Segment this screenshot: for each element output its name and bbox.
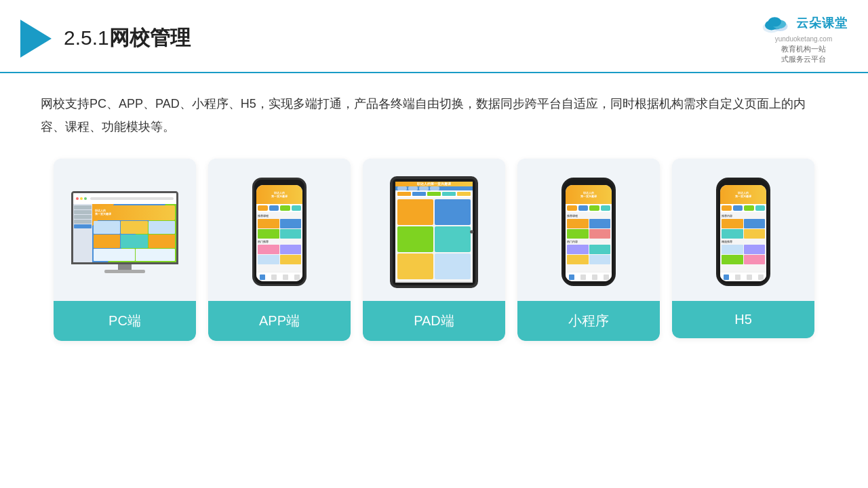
pc-monitor-icon: 职达人的第一堂兴趣课 xyxy=(71,191,178,273)
card-pad-image: 职达人的第一堂兴趣课 xyxy=(363,159,505,301)
pad-tablet-icon: 职达人的第一堂兴趣课 xyxy=(390,176,478,288)
cloud-logo-mark: 云朵课堂 xyxy=(760,12,848,34)
phone-notch xyxy=(271,180,288,184)
card-pad-label: PAD端 xyxy=(363,301,505,341)
brand-url: yunduoketang.com xyxy=(775,35,833,43)
pad-home-button xyxy=(470,230,473,234)
device-cards-container: 职达人的第一堂兴趣课 xyxy=(41,159,827,341)
play-icon xyxy=(20,20,52,58)
svg-point-5 xyxy=(768,17,781,26)
page-title: 2.5.1网校管理 xyxy=(64,24,191,52)
card-h5: 职达人的第一堂兴趣课 推荐内容 xyxy=(672,159,814,338)
brand-tagline: 教育机构一站 式服务云平台 xyxy=(781,44,826,65)
card-mini-label: 小程序 xyxy=(517,301,660,341)
card-h5-label: H5 xyxy=(672,301,814,338)
brand-logo: 云朵课堂 yunduoketang.com 教育机构一站 式服务云平台 xyxy=(760,12,848,65)
card-app: 职达人的第一堂兴趣课 推荐课程 xyxy=(208,159,351,341)
h5-phone-notch xyxy=(736,180,751,184)
h5-phone-icon: 职达人的第一堂兴趣课 推荐内容 xyxy=(716,178,770,286)
page-header: 2.5.1网校管理 云朵课堂 yunduoketang.com 教育机构一站 式… xyxy=(0,0,868,73)
card-app-label: APP端 xyxy=(208,301,351,341)
mini-phone-screen: 职达人的第一堂兴趣课 推荐课程 xyxy=(566,185,612,281)
header-left: 2.5.1网校管理 xyxy=(20,20,191,58)
card-h5-image: 职达人的第一堂兴趣课 推荐内容 xyxy=(672,159,814,301)
card-pad: 职达人的第一堂兴趣课 xyxy=(363,159,505,341)
cloud-svg-icon xyxy=(760,12,792,34)
card-pc: 职达人的第一堂兴趣课 xyxy=(54,159,196,341)
card-app-image: 职达人的第一堂兴趣课 推荐课程 xyxy=(208,159,351,301)
card-pc-image: 职达人的第一堂兴趣课 xyxy=(54,159,196,301)
app-phone-screen: 职达人的第一堂兴趣课 推荐课程 xyxy=(256,185,302,281)
mini-phone-notch xyxy=(581,180,596,184)
main-content: 网校支持PC、APP、PAD、小程序、H5，实现多端打通，产品各终端自由切换，数… xyxy=(0,73,868,354)
description-text: 网校支持PC、APP、PAD、小程序、H5，实现多端打通，产品各终端自由切换，数… xyxy=(41,92,827,138)
h5-phone-screen: 职达人的第一堂兴趣课 推荐内容 xyxy=(720,185,766,281)
card-mini-image: 职达人的第一堂兴趣课 推荐课程 xyxy=(517,159,660,301)
pad-screen: 职达人的第一堂兴趣课 xyxy=(395,182,473,283)
mini-phone-icon: 职达人的第一堂兴趣课 推荐课程 xyxy=(561,178,616,286)
brand-name: 云朵课堂 xyxy=(796,15,848,31)
card-mini: 职达人的第一堂兴趣课 推荐课程 xyxy=(517,159,660,341)
app-phone-icon: 职达人的第一堂兴趣课 推荐课程 xyxy=(252,178,307,286)
card-pc-label: PC端 xyxy=(54,301,196,341)
